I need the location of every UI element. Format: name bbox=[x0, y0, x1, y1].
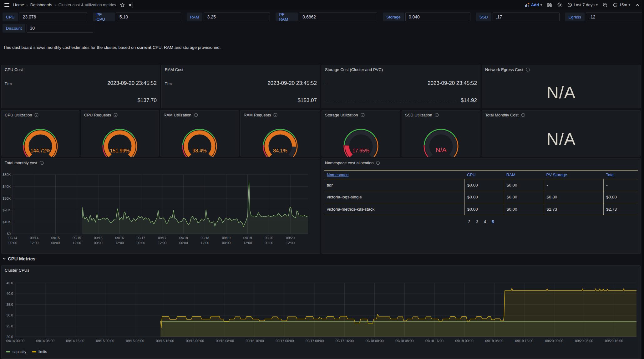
panel-title[interactable]: Namespace cost allocation bbox=[325, 161, 373, 165]
namespace-link[interactable]: victoria-metrics-k8s-stack bbox=[327, 207, 374, 212]
svg-text:12:00: 12:00 bbox=[200, 241, 209, 245]
cell-total: - bbox=[603, 179, 638, 191]
panel-title[interactable]: Network Egress Cost bbox=[485, 67, 523, 72]
variable-pe-ram-input[interactable]: 0.6862 bbox=[299, 13, 377, 21]
top-nav-bar: Home › Dashboards › Cluster cost & utili… bbox=[0, 0, 644, 10]
panel-title[interactable]: Storage Utilization bbox=[325, 113, 358, 117]
gauge-ram-utilization: 98.4% bbox=[160, 119, 239, 156]
panel-total-monthly-cost-stat: Total Monthly Cost N/A bbox=[482, 110, 641, 156]
limits-swatch bbox=[32, 351, 36, 352]
panel-title[interactable]: RAM Requests bbox=[244, 113, 271, 117]
refresh-interval-label: 15m bbox=[619, 3, 627, 7]
panel-title[interactable]: CPU Utilization bbox=[5, 113, 32, 117]
zoom-out-icon[interactable] bbox=[603, 3, 608, 8]
legend-item-capacity[interactable]: capacity bbox=[6, 350, 26, 354]
svg-text:12:00: 12:00 bbox=[243, 241, 252, 245]
svg-text:09/16: 09/16 bbox=[115, 236, 124, 240]
total-monthly-cost-chart[interactable]: 09/1400:0009/1412:0009/1500:0009/1512:00… bbox=[2, 158, 320, 254]
page-button-3[interactable]: 3 bbox=[476, 219, 478, 224]
column-header-ram[interactable]: RAM bbox=[504, 171, 544, 179]
column-header-namespace[interactable]: Namespace bbox=[324, 171, 464, 179]
settings-gear-icon[interactable] bbox=[557, 2, 562, 8]
column-header-pv-storage[interactable]: PV Storage bbox=[544, 171, 604, 179]
time-range-label: Last 7 days bbox=[574, 3, 595, 7]
panel-ram-cost: RAM Cost Time 2023-09-20 23:45:52 $153.0… bbox=[161, 65, 320, 108]
svg-text:09/20 16:00: 09/20 16:00 bbox=[605, 339, 623, 343]
info-icon[interactable] bbox=[376, 161, 380, 165]
variable-egress-input[interactable]: .12 bbox=[586, 13, 644, 21]
collapse-chevron-up-icon[interactable] bbox=[635, 3, 640, 7]
legend-item-limits[interactable]: limits bbox=[32, 350, 47, 354]
panel-title[interactable]: Storage Cost (Cluster and PVC) bbox=[325, 67, 383, 72]
table-row: tldr $0.00 $0.00 - - bbox=[324, 179, 638, 191]
page-button-2[interactable]: 2 bbox=[468, 219, 470, 224]
info-icon[interactable] bbox=[273, 113, 277, 117]
panel-ssd-utilization: SSD Utilization N/A bbox=[402, 110, 480, 156]
hamburger-menu-icon[interactable] bbox=[4, 3, 9, 7]
panel-title[interactable]: Total Monthly Cost bbox=[485, 113, 519, 117]
panel-cluster-cpus: Cluster CPUs 09/14 00:0009/14 08:0009/14… bbox=[1, 265, 641, 359]
svg-text:09/15 16:00: 09/15 16:00 bbox=[156, 339, 174, 343]
panel-network-egress-cost: Network Egress Cost N/A bbox=[482, 65, 641, 108]
breadcrumb-current: Cluster cost & utilization metrics bbox=[58, 3, 116, 7]
time-range-picker[interactable]: Last 7 days ▾ bbox=[567, 3, 598, 7]
page-scrollbar[interactable] bbox=[642, 0, 644, 359]
info-icon[interactable] bbox=[361, 113, 365, 117]
gauge-ssd-utilization: N/A bbox=[402, 119, 480, 156]
svg-text:30.0: 30.0 bbox=[7, 313, 13, 317]
save-icon[interactable] bbox=[547, 3, 552, 8]
cell-cpu: $0.00 bbox=[464, 179, 504, 191]
variable-ram-input[interactable]: 3.25 bbox=[204, 13, 270, 21]
variable-cpu-input[interactable]: 23.076 bbox=[19, 13, 87, 21]
cost-value: $137.70 bbox=[138, 97, 157, 104]
svg-text:12:00: 12:00 bbox=[115, 241, 124, 245]
refresh-control[interactable]: 15m ▾ bbox=[613, 3, 630, 8]
svg-text:09/20: 09/20 bbox=[265, 236, 273, 240]
variable-ssd: SSD .17 bbox=[476, 13, 560, 21]
panel-title[interactable]: SSD Utilization bbox=[405, 113, 432, 117]
panel-title[interactable]: RAM Cost bbox=[165, 67, 183, 72]
chevron-down-icon bbox=[3, 257, 6, 260]
namespace-link[interactable]: tldr bbox=[327, 183, 333, 187]
svg-text:09/15 08:00: 09/15 08:00 bbox=[126, 339, 144, 343]
info-icon[interactable] bbox=[521, 113, 525, 117]
gauge-ram-requests: 84.1% bbox=[241, 119, 320, 156]
column-header-total[interactable]: Total bbox=[603, 171, 638, 179]
panel-ram-requests: RAM Requests 84.1% bbox=[240, 110, 320, 156]
variable-ssd-input[interactable]: .17 bbox=[493, 13, 560, 21]
variable-pe-cpu-input[interactable]: 5.10 bbox=[116, 13, 181, 21]
namespace-link[interactable]: victoria-logs-single bbox=[327, 195, 362, 199]
variable-discount-input[interactable]: 30 bbox=[27, 24, 93, 33]
refresh-icon bbox=[613, 3, 618, 8]
svg-text:25.0: 25.0 bbox=[7, 324, 13, 328]
breadcrumb-dashboards[interactable]: Dashboards bbox=[30, 3, 52, 7]
page-button-4[interactable]: 4 bbox=[484, 219, 486, 224]
info-icon[interactable] bbox=[526, 68, 530, 72]
info-icon[interactable] bbox=[194, 113, 198, 117]
info-icon[interactable] bbox=[34, 113, 38, 117]
panel-title[interactable]: RAM Utilization bbox=[164, 113, 191, 117]
panel-storage-cost: Storage Cost (Cluster and PVC) - 2023-09… bbox=[322, 65, 480, 108]
cluster-cpus-chart[interactable]: 09/14 00:0009/14 08:0009/14 16:0009/15 0… bbox=[2, 266, 640, 358]
star-icon[interactable] bbox=[120, 3, 125, 8]
add-button[interactable]: Add ▾ bbox=[525, 3, 542, 8]
panel-title[interactable]: CPU Cost bbox=[5, 67, 23, 72]
cell-ram: $0.00 bbox=[504, 179, 544, 191]
info-icon[interactable] bbox=[114, 113, 118, 117]
section-cpu-metrics[interactable]: CPU Metrics bbox=[3, 256, 35, 261]
svg-text:09/16 08:00: 09/16 08:00 bbox=[216, 339, 234, 343]
variable-ram: RAM 3.25 bbox=[187, 13, 270, 21]
page-button-5[interactable]: 5 bbox=[492, 219, 494, 224]
gauge-value: 84.1% bbox=[241, 148, 320, 154]
gauge-cpu-requests: 151.99% bbox=[81, 119, 159, 156]
svg-text:09/19 08:00: 09/19 08:00 bbox=[485, 339, 503, 343]
share-icon[interactable] bbox=[129, 3, 134, 8]
column-header-cpu[interactable]: CPU bbox=[464, 171, 504, 179]
na-value: N/A bbox=[482, 122, 640, 156]
panel-title[interactable]: CPU Requests bbox=[84, 113, 111, 117]
info-icon[interactable] bbox=[435, 113, 439, 117]
breadcrumb-home[interactable]: Home bbox=[13, 3, 24, 7]
variable-ram-label: RAM bbox=[187, 13, 203, 21]
variable-storage-input[interactable]: 0.040 bbox=[405, 13, 470, 21]
variable-ssd-label: SSD bbox=[476, 13, 491, 21]
